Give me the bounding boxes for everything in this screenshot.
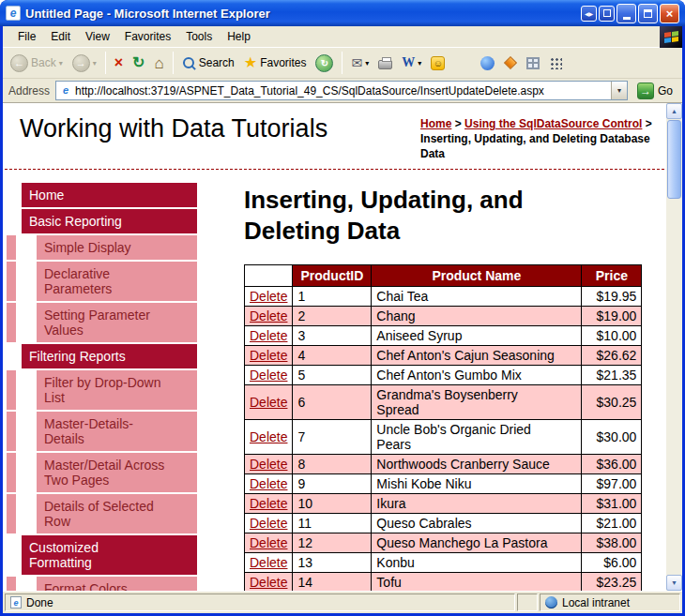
building-icon (526, 57, 540, 69)
sites-button[interactable] (523, 55, 543, 71)
product-name-cell: Grandma's Boysenberry Spread (372, 385, 582, 420)
price-cell: $21.35 (582, 366, 642, 385)
menu-favorites[interactable]: Favorites (117, 27, 178, 46)
sidebar-item-filtering-reports[interactable]: Filtering Reports (22, 344, 197, 368)
address-input[interactable] (72, 82, 611, 99)
favorites-button[interactable]: ★ Favorites (240, 53, 311, 72)
sidebar-item-customized-formatting[interactable]: Customized Formatting (22, 535, 197, 575)
sidebar-item-format-colors[interactable]: Format Colors (37, 577, 197, 591)
product-id-cell: 8 (293, 455, 372, 474)
sidebar-item-filter-by-drop-down-list[interactable]: Filter by Drop-Down List (37, 370, 197, 410)
delete-link[interactable]: Delete (250, 457, 287, 472)
sidebar-item-basic-reporting[interactable]: Basic Reporting (22, 209, 197, 233)
print-button[interactable] (374, 54, 396, 71)
scrollbar-thumb[interactable] (667, 120, 681, 199)
delete-link[interactable]: Delete (250, 368, 287, 383)
delete-link[interactable]: Delete (250, 328, 287, 343)
sidebar-item-simple-display[interactable]: Simple Display (37, 235, 197, 260)
breadcrumb-link-sqldatasource[interactable]: Using the SqlDataSource Control (464, 117, 642, 130)
price-cell: $19.95 (582, 287, 642, 307)
menu-edit[interactable]: Edit (43, 27, 78, 46)
close-button[interactable]: × (660, 4, 679, 23)
delete-link[interactable]: Delete (250, 575, 287, 590)
mail-button[interactable]: ✉ ▾ (347, 54, 373, 71)
delete-link[interactable]: Delete (250, 429, 287, 444)
delete-cell: Delete (245, 553, 293, 573)
sidebar-item-home[interactable]: Home (22, 183, 197, 207)
vertical-scrollbar[interactable]: ▲ ▼ (666, 103, 682, 591)
history-button[interactable]: ↻ (312, 53, 337, 74)
media-button[interactable] (477, 54, 498, 72)
sidebar-item-details-of-selected-row[interactable]: Details of Selected Row (37, 494, 197, 533)
price-cell: $97.00 (582, 474, 642, 494)
status-text: Done (26, 596, 53, 609)
go-button[interactable]: → Go (633, 83, 677, 99)
page-ie-icon: e (59, 84, 72, 98)
edit-dropdown-icon: ▾ (418, 59, 421, 68)
word-edit-icon: W (402, 55, 415, 70)
title-bar[interactable]: e Untitled Page - Microsoft Internet Exp… (0, 0, 685, 26)
delete-link[interactable]: Delete (250, 348, 287, 363)
home-button[interactable]: ⌂ (150, 53, 167, 73)
delete-cell: Delete (245, 420, 293, 455)
sidebar-item-master-details-details[interactable]: Master-Details- Details (37, 412, 197, 451)
search-button[interactable]: Search (178, 54, 238, 72)
sidebar-item-setting-parameter-values[interactable]: Setting Parameter Values (37, 303, 197, 342)
product-name-cell: Uncle Bob's Organic Dried Pears (372, 420, 582, 455)
menu-help[interactable]: Help (220, 27, 258, 46)
table-row: Delete 13 Konbu $6.00 (245, 553, 642, 573)
up-arrow-icon: ▲ (671, 108, 677, 114)
delete-cell: Delete (245, 455, 293, 474)
research-button[interactable] (500, 54, 521, 71)
delete-link[interactable]: Delete (250, 395, 287, 410)
title-window-button[interactable] (599, 6, 615, 22)
address-input-box: e ▾ (55, 81, 628, 100)
refresh-button[interactable]: ↻ (129, 53, 148, 72)
scrollbar-track[interactable] (666, 200, 682, 575)
delete-link[interactable]: Delete (250, 476, 287, 491)
table-row: Delete 14 Tofu $23.25 (245, 573, 642, 591)
minimize-button[interactable] (616, 4, 636, 23)
product-id-cell: 14 (293, 573, 372, 591)
messenger-button[interactable]: ☺ (427, 54, 449, 72)
menu-file[interactable]: File (10, 27, 43, 46)
scroll-up-button[interactable]: ▲ (666, 103, 682, 119)
menu-tools[interactable]: Tools (178, 27, 220, 46)
product-name-cell: Aniseed Syrup (372, 326, 582, 346)
sidebar-item-master-detail-across-two-pages[interactable]: Master/Detail Across Two Pages (37, 453, 197, 492)
breadcrumb-current: Inserting, Updating, and Deleting Databa… (420, 132, 650, 160)
delete-link[interactable]: Delete (250, 535, 287, 550)
tiles-button[interactable] (545, 54, 566, 71)
delete-link[interactable]: Delete (250, 496, 287, 511)
product-id-cell: 6 (293, 385, 372, 420)
back-dropdown-icon: ▾ (59, 59, 63, 68)
table-row: Delete 7 Uncle Bob's Organic Dried Pears… (245, 420, 642, 455)
product-name-cell: Chai Tea (372, 287, 582, 307)
forward-icon: → (72, 54, 90, 72)
scroll-down-button[interactable]: ▼ (666, 575, 682, 591)
delete-link[interactable]: Delete (250, 289, 287, 304)
delete-cell: Delete (245, 287, 293, 307)
table-row: Delete 9 Mishi Kobe Niku $97.00 (245, 474, 642, 494)
delete-link[interactable]: Delete (250, 308, 287, 323)
toolbar-separator (105, 52, 106, 74)
title-arrows-button[interactable]: ◀▶ (581, 6, 597, 22)
address-dropdown-button[interactable]: ▾ (611, 82, 627, 99)
standard-toolbar: ← Back ▾ → ▾ × ↻ ⌂ Search ★ Favorites ↻ … (3, 48, 682, 79)
sidebar-item-declarative-parameters[interactable]: Declarative Parameters (37, 262, 197, 301)
forward-button[interactable]: → ▾ (68, 53, 100, 74)
edit-button[interactable]: W ▾ (398, 53, 425, 72)
delete-link[interactable]: Delete (250, 516, 287, 531)
menu-bar: File Edit View Favorites Tools Help (3, 26, 682, 48)
breadcrumb-link-home[interactable]: Home (420, 117, 451, 130)
stop-button[interactable]: × (111, 53, 127, 72)
refresh-icon: ↻ (132, 55, 145, 70)
price-cell: $21.00 (582, 514, 642, 533)
delete-link[interactable]: Delete (250, 555, 287, 570)
zone-text: Local intranet (562, 596, 630, 609)
windows-flag-icon (664, 30, 678, 42)
favorites-label: Favorites (260, 56, 306, 69)
maximize-button[interactable] (638, 4, 658, 23)
back-button[interactable]: ← Back ▾ (7, 53, 67, 74)
menu-view[interactable]: View (78, 27, 117, 46)
